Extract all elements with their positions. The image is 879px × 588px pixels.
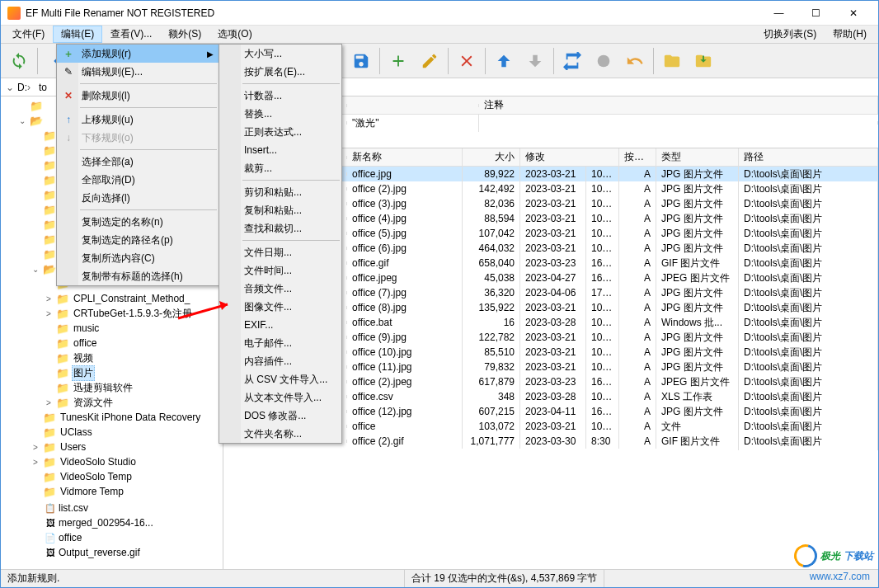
cell-type: GIF 图片文件: [656, 433, 739, 450]
tree-item[interactable]: VideoSolo Temp: [1, 469, 223, 484]
submenu-dos[interactable]: DOS 修改器...: [219, 407, 341, 425]
submenu-folder[interactable]: 文件夹名称...: [219, 425, 341, 443]
open-folder-button[interactable]: [657, 46, 687, 76]
submenu-case[interactable]: 大小写...: [219, 45, 341, 63]
tree-item[interactable]: >CRTubeGet-1.5.9.3-免注册: [1, 306, 223, 321]
tree-label: music: [72, 322, 101, 334]
expand-icon[interactable]: >: [31, 443, 40, 452]
undo-button[interactable]: [620, 46, 650, 76]
submenu-cut-paste[interactable]: 剪切和粘贴...: [219, 183, 341, 201]
expand-icon[interactable]: ⌄: [17, 116, 27, 125]
minimize-button[interactable]: —: [760, 2, 797, 25]
edit-button[interactable]: [415, 46, 444, 76]
path-back-icon[interactable]: ⌄: [6, 82, 17, 93]
submenu-counter[interactable]: 计数器...: [219, 87, 341, 105]
submenu-trim[interactable]: 裁剪...: [219, 159, 341, 177]
submenu-regex[interactable]: 正则表达式...: [219, 123, 341, 141]
rules-col-2[interactable]: [347, 104, 479, 107]
menu-extra[interactable]: 额外(S): [160, 26, 209, 43]
menu-view[interactable]: 查看(V)...: [102, 26, 160, 43]
import-button[interactable]: [689, 46, 718, 76]
record-button[interactable]: [589, 46, 618, 76]
close-button[interactable]: ✕: [834, 2, 872, 25]
list-item[interactable]: 🖼Output_reverse.gif: [17, 545, 223, 560]
col-type[interactable]: 类型: [656, 148, 739, 166]
expand-icon[interactable]: >: [44, 294, 54, 303]
move-up-button[interactable]: [489, 46, 519, 76]
menu-copy-content[interactable]: 复制所选内容(C): [57, 249, 219, 267]
menu-options[interactable]: 选项(O): [209, 26, 260, 43]
save-button[interactable]: [346, 46, 376, 76]
list-item[interactable]: 📄office: [17, 530, 223, 545]
tree-item[interactable]: UClass: [1, 425, 223, 440]
path-seg-2[interactable]: to: [39, 82, 47, 93]
tree-item[interactable]: >资源文件: [1, 395, 223, 410]
col-path[interactable]: 路径: [739, 148, 878, 166]
rules-col-comment[interactable]: 注释: [479, 96, 878, 114]
submenu-plugin[interactable]: 内容插件...: [219, 352, 341, 370]
menu-deselect-all[interactable]: 全部取消(D): [57, 171, 219, 189]
maximize-button[interactable]: ☐: [797, 2, 834, 25]
submenu-copy-paste[interactable]: 复制和粘贴...: [219, 201, 341, 219]
submenu-insert[interactable]: Insert...: [219, 141, 341, 159]
col-size[interactable]: 大小: [463, 148, 520, 166]
cell-date: 2023-03-21: [520, 360, 586, 374]
menu-add-rule[interactable]: ＋添加规则(r)▶: [57, 45, 219, 63]
submenu-replace[interactable]: 替换...: [219, 105, 341, 123]
submenu-find-trim[interactable]: 查找和裁切...: [219, 219, 341, 238]
menu-switch-list[interactable]: 切换列表(S): [755, 26, 825, 43]
menu-invert-selection[interactable]: 反向选择(l): [57, 189, 219, 207]
cell-time: 10:36: [586, 419, 619, 434]
tree-item[interactable]: >VideoSolo Studio: [1, 454, 223, 469]
list-item[interactable]: 🖼merged_002954-16...: [17, 515, 223, 530]
tree-item[interactable]: >Users: [1, 440, 223, 454]
tree-item[interactable]: Vidmore Temp: [1, 484, 223, 499]
tree-item[interactable]: >CPLI_Constraint_Method_: [1, 291, 223, 306]
submenu-email[interactable]: 电子邮件...: [219, 334, 341, 352]
apply-button[interactable]: [557, 46, 587, 76]
menu-copy-titled[interactable]: 复制带有标题的选择(h): [57, 267, 219, 285]
list-item[interactable]: 📋list.csv: [17, 501, 223, 515]
menu-move-up[interactable]: ↑上移规则(u): [57, 111, 219, 129]
tree-item[interactable]: office: [1, 336, 223, 350]
submenu-image[interactable]: 图像文件...: [219, 298, 341, 316]
submenu-audio[interactable]: 音频文件...: [219, 280, 341, 298]
tree-item[interactable]: 图片: [1, 365, 223, 380]
expand-icon[interactable]: >: [44, 309, 54, 318]
menu-copy-path[interactable]: 复制选定的路径名(p): [57, 231, 219, 249]
add-button[interactable]: [383, 46, 413, 76]
menu-edit[interactable]: 编辑(E): [53, 26, 102, 43]
col-attr[interactable]: 按文...: [619, 148, 656, 166]
menu-delete-rule[interactable]: ✕删除规则(l): [57, 87, 219, 105]
refresh-button[interactable]: [4, 46, 34, 76]
tree-item[interactable]: TunesKit iPhone Data Recovery: [1, 410, 223, 425]
file-icon: 🖼: [44, 518, 57, 528]
menu-copy-name[interactable]: 复制选定的名称(n): [57, 213, 219, 231]
path-seg-1[interactable]: D:: [17, 82, 27, 93]
expand-icon[interactable]: ⌄: [31, 265, 40, 274]
submenu-csv-import[interactable]: 从 CSV 文件导入...: [219, 370, 341, 388]
menu-select-all[interactable]: 选择全部(a): [57, 153, 219, 171]
tree-item[interactable]: 视频: [1, 350, 223, 365]
rule-value: "激光": [347, 115, 479, 132]
submenu-txt-import[interactable]: 从文本文件导入...: [219, 388, 341, 407]
tree-item[interactable]: 迅捷剪辑软件: [1, 380, 223, 395]
expand-icon[interactable]: >: [44, 398, 54, 407]
cell-size: 89,922: [463, 167, 520, 181]
expand-icon[interactable]: >: [31, 458, 40, 467]
delete-button[interactable]: [452, 46, 482, 76]
submenu-exif[interactable]: EXIF...: [219, 316, 341, 334]
cell-time: 10:36: [586, 167, 619, 181]
col-newname[interactable]: 新名称: [347, 148, 463, 166]
menu-edit-rule[interactable]: ✎编辑规则(E)...: [57, 63, 219, 81]
cell-newname: office.csv: [347, 389, 463, 404]
submenu-file-date[interactable]: 文件日期...: [219, 243, 341, 261]
submenu-ext[interactable]: 按扩展名(E)...: [219, 63, 341, 81]
move-down-button[interactable]: [520, 46, 550, 76]
cell-attr: A: [619, 434, 656, 449]
col-modified[interactable]: 修改: [520, 148, 619, 166]
menu-file[interactable]: 文件(F): [4, 26, 53, 43]
tree-item[interactable]: music: [1, 321, 223, 336]
submenu-file-time[interactable]: 文件时间...: [219, 261, 341, 280]
menu-help[interactable]: 帮助(H): [825, 26, 875, 43]
